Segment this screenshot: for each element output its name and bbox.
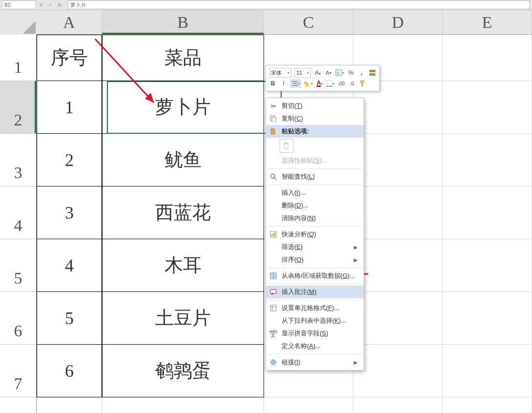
col-header-B[interactable]: B [102, 10, 264, 35]
ctx-paste-options[interactable]: 粘贴选项: [266, 125, 364, 138]
svg-rect-33 [270, 305, 276, 311]
formula-bar-value: 萝卜片 [70, 1, 86, 9]
cell-B7[interactable]: 鹌鹑蛋 [102, 345, 264, 397]
enter-icon[interactable]: ✓ [48, 2, 53, 8]
cell-A7[interactable]: 6 [37, 345, 102, 397]
format-cells-icon [269, 304, 278, 312]
cell-B1[interactable]: 菜品 [102, 35, 264, 81]
ctx-insert[interactable]: 插入(I)... [266, 186, 364, 199]
cell-A1[interactable]: 序号 [37, 35, 102, 81]
ctx-delete[interactable]: 删除(D)... [266, 199, 364, 212]
italic-button[interactable]: I [280, 79, 287, 88]
conditional-format-button[interactable] [368, 68, 376, 77]
cell-E5[interactable] [443, 239, 532, 292]
cell-E2[interactable] [443, 81, 532, 134]
cell-D6[interactable] [353, 292, 443, 345]
cell-E6[interactable] [443, 292, 532, 345]
row-header-3[interactable]: 3 [0, 134, 37, 186]
svg-rect-17 [271, 129, 275, 134]
col-header-D[interactable]: D [353, 10, 443, 35]
font-size-select[interactable]: 11▾ [294, 68, 311, 78]
align-center-button[interactable]: ▾ [290, 79, 301, 88]
accounting-format-button[interactable]: $▾ [335, 68, 344, 77]
cell-B4[interactable]: 西蓝花 [102, 186, 264, 239]
cell-A8[interactable] [37, 397, 102, 413]
ctx-define-name[interactable]: 定义名称(A)... [266, 340, 364, 352]
cell-A5[interactable]: 4 [37, 239, 102, 292]
increase-decimal-button[interactable]: .00 [337, 79, 345, 88]
cell-B8[interactable] [102, 397, 264, 413]
row-header-6[interactable]: 6 [0, 292, 37, 345]
bold-button[interactable]: B [269, 79, 277, 88]
ctx-sort[interactable]: 排序(O) ▶ [266, 253, 364, 266]
svg-rect-24 [271, 234, 272, 236]
svg-rect-26 [274, 232, 275, 236]
cell-D5[interactable] [353, 239, 443, 292]
font-select[interactable]: 宋体▾ [269, 68, 291, 78]
cell-E4[interactable] [443, 186, 532, 239]
cell-A2[interactable]: 1 [37, 81, 102, 134]
ctx-phonetic[interactable]: wén文 显示拼音字段(S) [266, 327, 364, 340]
col-header-A[interactable]: A [37, 10, 102, 35]
ctx-from-table[interactable]: 从表格/区域获取数据(G)... [266, 269, 364, 282]
col-header-E[interactable]: E [443, 10, 532, 35]
ctx-dropdown-list[interactable]: 从下拉列表中选择(K)... [266, 314, 364, 327]
comma-button[interactable]: , [358, 68, 366, 77]
row-header-8[interactable] [0, 397, 37, 413]
row-header-2[interactable]: 2 [0, 81, 37, 134]
cell-A4[interactable]: 3 [37, 186, 102, 239]
fx-icon[interactable]: fx [58, 2, 62, 8]
decrease-decimal-button[interactable]: .0 [348, 79, 356, 88]
separator [268, 168, 362, 169]
svg-rect-6 [369, 73, 375, 76]
name-box-value: B2 [4, 2, 10, 8]
formula-bar[interactable]: 萝卜片 [68, 0, 530, 9]
cell-E1[interactable] [443, 35, 532, 81]
increase-font-button[interactable]: A▴ [314, 68, 322, 77]
ctx-format-cells[interactable]: 设置单元格格式(F)... [266, 302, 364, 314]
ctx-smart-lookup[interactable]: 智能查找(L) [266, 170, 364, 183]
select-all-corner[interactable] [0, 10, 37, 35]
cell-B2[interactable]: 萝卜片 [102, 81, 264, 134]
ctx-cut[interactable]: ✂ 剪切(T) [266, 100, 364, 112]
cell-A6[interactable]: 5 [37, 292, 102, 345]
ctx-copy[interactable]: 复制(C) [266, 112, 364, 125]
fill-color-button[interactable]: ▾ [304, 79, 313, 88]
row-header-1[interactable]: 1 [0, 35, 37, 81]
cell-D7[interactable] [353, 345, 443, 397]
cell-E7[interactable] [443, 345, 532, 397]
cell-A3[interactable]: 2 [37, 134, 102, 186]
col-header-C[interactable]: C [264, 10, 353, 35]
cell-B3[interactable]: 鱿鱼 [102, 134, 264, 186]
cancel-icon[interactable]: ✕ [39, 2, 43, 8]
ctx-filter[interactable]: 筛选(E) ▶ [266, 241, 364, 253]
svg-rect-11 [327, 81, 332, 86]
svg-rect-18 [272, 128, 274, 129]
cell-C8[interactable] [264, 397, 353, 413]
row-header-4[interactable]: 4 [0, 186, 37, 239]
border-button[interactable]: ▾ [327, 79, 334, 88]
ctx-link[interactable]: 链接(I) ▶ [266, 356, 364, 369]
chevron-right-icon: ▶ [354, 245, 359, 250]
cell-B5[interactable]: 木耳 [102, 239, 264, 292]
cell-D8[interactable] [353, 397, 443, 413]
formula-bar-strip: B2 ✕ ✓ fx 萝卜片 [0, 0, 532, 10]
cell-E3[interactable] [443, 134, 532, 186]
percent-button[interactable]: % [347, 68, 355, 77]
format-painter-button[interactable] [359, 79, 367, 88]
cell-B6[interactable]: 土豆片 [102, 292, 264, 345]
paste-button[interactable] [280, 139, 293, 153]
ctx-clear[interactable]: 清除内容(N) [266, 212, 364, 225]
row-header-5[interactable]: 5 [0, 239, 37, 292]
link-icon [269, 358, 278, 367]
name-box[interactable]: B2 [2, 0, 36, 9]
ctx-insert-comment[interactable]: 插入批注(M) [266, 286, 364, 298]
ctx-quick-analysis[interactable]: 快速分析(Q) [266, 228, 364, 241]
font-color-button[interactable]: A▾ [316, 79, 324, 88]
decrease-font-button[interactable]: A▾ [325, 68, 332, 77]
cell-E8[interactable] [443, 397, 532, 413]
cell-D4[interactable] [353, 186, 443, 239]
cell-D3[interactable] [353, 134, 443, 186]
row-header-7[interactable]: 7 [0, 345, 37, 397]
svg-rect-19 [284, 144, 288, 149]
